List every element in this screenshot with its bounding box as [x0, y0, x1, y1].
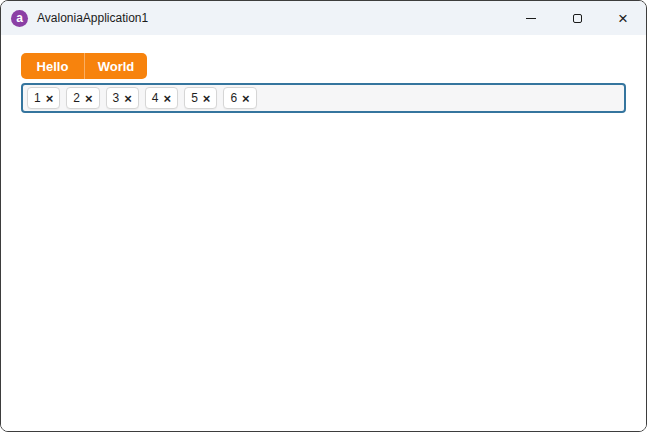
- chip-remove-button[interactable]: ×: [85, 92, 93, 105]
- maximize-icon: [573, 14, 582, 23]
- chip-label: 3: [113, 91, 120, 105]
- chip-remove-button[interactable]: ×: [46, 92, 54, 105]
- chip-3[interactable]: 3 ×: [106, 87, 139, 109]
- content-area: Hello World 1 × 2 × 3 × 4 × 5 ×: [1, 35, 646, 431]
- chip-2[interactable]: 2 ×: [66, 87, 99, 109]
- chip-6[interactable]: 6 ×: [223, 87, 256, 109]
- chip-1[interactable]: 1 ×: [27, 87, 60, 109]
- avalonia-logo-icon: a: [11, 10, 28, 27]
- chip-label: 5: [191, 91, 198, 105]
- chip-label: 4: [152, 91, 159, 105]
- window-title: AvaloniaApplication1: [37, 11, 148, 25]
- chip-4[interactable]: 4 ×: [145, 87, 178, 109]
- world-button[interactable]: World: [84, 53, 147, 79]
- close-icon: ×: [618, 10, 628, 27]
- chip-remove-button[interactable]: ×: [164, 92, 172, 105]
- chip-5[interactable]: 5 ×: [184, 87, 217, 109]
- hello-world-segmented-button: Hello World: [21, 53, 147, 79]
- chip-remove-button[interactable]: ×: [203, 92, 211, 105]
- app-window: a AvaloniaApplication1 × Hello World 1 ×…: [0, 0, 647, 432]
- tag-input-box[interactable]: 1 × 2 × 3 × 4 × 5 × 6 ×: [21, 83, 626, 113]
- chip-remove-button[interactable]: ×: [242, 92, 250, 105]
- close-button[interactable]: ×: [600, 1, 646, 35]
- minimize-button[interactable]: [508, 1, 554, 35]
- chip-label: 1: [34, 91, 41, 105]
- title-bar[interactable]: a AvaloniaApplication1 ×: [1, 1, 646, 35]
- chip-label: 6: [230, 91, 237, 105]
- maximize-button[interactable]: [554, 1, 600, 35]
- minimize-icon: [526, 18, 536, 19]
- chip-label: 2: [73, 91, 80, 105]
- chip-remove-button[interactable]: ×: [124, 92, 132, 105]
- hello-button[interactable]: Hello: [21, 53, 84, 79]
